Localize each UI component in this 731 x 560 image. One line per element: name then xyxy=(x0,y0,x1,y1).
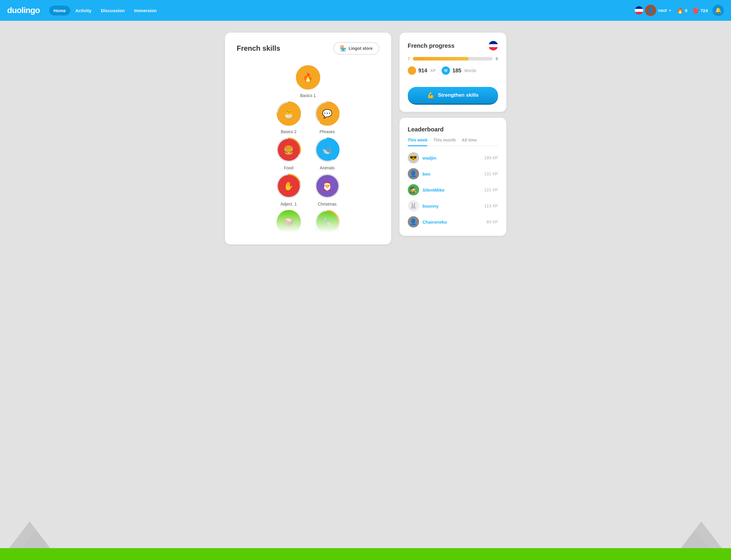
grass-decoration xyxy=(0,548,731,560)
gem-badge: 724 xyxy=(692,7,708,14)
fire-icon: 🔥 xyxy=(676,7,684,14)
skill-christmas[interactable]: 🎅 Christmas xyxy=(314,173,341,206)
xp-icon xyxy=(408,66,416,75)
gem-icon xyxy=(692,7,699,14)
xp-value: 914 xyxy=(419,68,428,74)
lb-score-wadjin: 199 XP xyxy=(484,155,498,160)
french-flag-icon xyxy=(635,6,643,15)
xp-stat: 914 XP xyxy=(408,66,436,75)
skill-animals-circle: 🐋 xyxy=(314,136,341,163)
lb-entry-wadjin: 😎 wadjin 199 XP xyxy=(408,152,498,163)
skill-food-label: Food xyxy=(284,166,293,170)
nav-immersion[interactable]: Immersion xyxy=(130,6,161,15)
lingot-store-button[interactable]: 🏪 Lingot store xyxy=(333,42,379,55)
lb-score-buunny: 113 XP xyxy=(484,203,498,208)
lb-entry-buunny: 🐰 buunny 113 XP xyxy=(408,200,498,211)
lb-avatar-chaironeko: 👤 xyxy=(408,216,419,227)
skill-animals[interactable]: 🐋 Animals xyxy=(314,136,341,170)
leaderboard-card: Leaderboard This week This month All tim… xyxy=(400,118,506,236)
lb-score-silentmike: 121 XP xyxy=(484,187,498,192)
skill-plurals-icon: 📦 xyxy=(278,211,300,233)
panel-title: French skills xyxy=(237,44,280,53)
strengthen-label: Strengthen skills xyxy=(438,92,479,98)
skill-basics2[interactable]: 🐣 Basics 2 xyxy=(275,100,302,134)
skill-conjunctions[interactable]: 🔧 Conjunctions xyxy=(314,209,341,233)
streak-count: 0 xyxy=(685,8,687,13)
avatar: 👤 xyxy=(645,5,656,16)
french-progress-card: French progress 7 8 914 XP xyxy=(400,33,506,112)
notifications-button[interactable]: 🔔 xyxy=(713,5,724,16)
bell-icon: 🔔 xyxy=(715,7,722,14)
lb-score-chaironeko: 60 XP xyxy=(487,219,498,224)
skill-phrases-label: Phrases xyxy=(319,129,335,134)
lb-name-wadjin[interactable]: wadjin xyxy=(423,155,481,160)
nav-discussion[interactable]: Discussion xyxy=(97,6,129,15)
skill-basics1-circle: 🔥 xyxy=(295,64,321,91)
main-nav: Home Activity Discussion Immersion xyxy=(49,6,625,15)
lb-avatar-buunny: 🐰 xyxy=(408,200,419,211)
skill-animals-label: Animals xyxy=(320,166,335,170)
leaderboard-title: Leaderboard xyxy=(408,126,498,133)
lb-name-buunny[interactable]: buunny xyxy=(423,203,481,209)
lb-entry-chaironeko: 👤 Chaironeko 60 XP xyxy=(408,216,498,227)
skill-row-5: 📦 Plurals 🔧 Conjunctions xyxy=(275,209,341,233)
lb-avatar-ben: 👤 xyxy=(408,168,419,179)
skill-phrases[interactable]: 💬 Phrases xyxy=(314,100,341,134)
skill-animals-icon: 🐋 xyxy=(316,139,338,161)
username: naut xyxy=(658,8,667,13)
logo: duolingo xyxy=(7,6,40,15)
lb-score-ben: 131 XP xyxy=(484,171,498,176)
tab-all-time[interactable]: All time xyxy=(462,138,477,146)
tab-this-week[interactable]: This week xyxy=(408,138,428,146)
skill-adjectives1-circle: ✋ xyxy=(275,173,302,199)
chevron-down-icon: ▼ xyxy=(669,9,672,12)
skill-basics1[interactable]: 🔥 Basics 1 xyxy=(295,64,321,98)
skill-basics2-circle: 🐣 xyxy=(275,100,302,127)
right-panel: French progress 7 8 914 XP xyxy=(400,33,506,236)
strengthen-skills-button[interactable]: 💪 Strengthen skills xyxy=(408,87,498,104)
skill-plurals[interactable]: 📦 Plurals xyxy=(275,209,302,233)
lb-name-ben[interactable]: ben xyxy=(423,171,481,176)
skill-adjectives1-label: Adject. 1 xyxy=(280,202,296,206)
skill-row-4: ✋ Adject. 1 🎅 Christmas xyxy=(275,173,341,206)
nav-activity[interactable]: Activity xyxy=(71,6,96,15)
skill-christmas-circle: 🎅 xyxy=(314,173,341,199)
streak-badge: 🔥 0 xyxy=(676,7,687,14)
user-profile[interactable]: 👤 naut ▼ xyxy=(635,5,671,16)
words-stat: W 185 Words xyxy=(442,66,476,75)
skill-food[interactable]: 🍔 Food xyxy=(275,136,302,170)
panel-header: French skills 🏪 Lingot store xyxy=(237,42,379,55)
lb-avatar-silentmike: 🕵️ xyxy=(408,184,419,195)
tab-this-month[interactable]: This month xyxy=(433,138,456,146)
words-value: 185 xyxy=(452,68,461,74)
level-bar-track xyxy=(413,57,492,61)
header: duolingo Home Activity Discussion Immers… xyxy=(0,0,731,21)
progress-title: French progress xyxy=(408,42,455,49)
level-current: 7 xyxy=(408,56,410,61)
lb-name-silentmike[interactable]: SilentMike xyxy=(423,187,481,193)
skill-basics2-icon: 🐣 xyxy=(278,103,300,125)
nav-home[interactable]: Home xyxy=(49,6,70,15)
skill-basics1-icon: 🔥 xyxy=(297,66,319,88)
skill-row-3: 🍔 Food 🐋 Animals xyxy=(275,136,341,170)
skills-grid: 🔥 Basics 1 🐣 Basics 2 xyxy=(237,64,379,233)
dumbbell-icon: 💪 xyxy=(427,92,435,99)
lb-entry-silentmike: 🕵️ SilentMike 121 XP xyxy=(408,184,498,195)
skill-row-2: 🐣 Basics 2 💬 Phrases xyxy=(275,100,341,134)
level-bar-fill xyxy=(413,57,469,61)
skill-adjectives1[interactable]: ✋ Adject. 1 xyxy=(275,173,302,206)
skill-food-circle: 🍔 xyxy=(275,136,302,163)
leaderboard-tabs: This week This month All time xyxy=(408,138,498,146)
lb-name-chaironeko[interactable]: Chaironeko xyxy=(423,219,483,225)
level-progress-row: 7 8 xyxy=(408,56,498,61)
lingot-store-label: Lingot store xyxy=(349,46,373,51)
skill-christmas-icon: 🎅 xyxy=(316,175,338,197)
words-icon: W xyxy=(442,66,450,75)
level-next: 8 xyxy=(496,56,498,61)
skill-conjunctions-circle: 🔧 xyxy=(314,209,341,225)
skill-basics2-label: Basics 2 xyxy=(281,129,296,134)
french-flag-small xyxy=(489,41,498,50)
gem-count: 724 xyxy=(700,8,708,13)
skill-basics1-label: Basics 1 xyxy=(300,93,316,98)
page-body: French skills 🏪 Lingot store 🔥 Ba xyxy=(0,21,731,560)
